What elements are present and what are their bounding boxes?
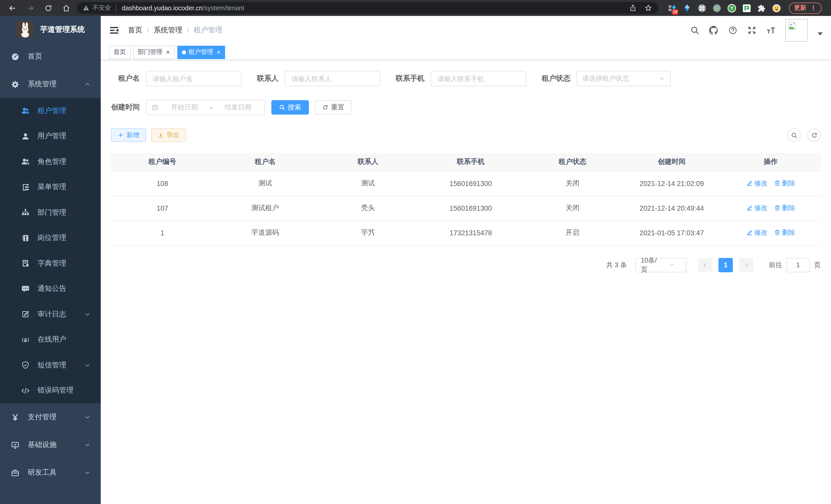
column-header: 操作 [720, 153, 821, 171]
refresh-icon [811, 132, 818, 139]
current-page-button[interactable]: 1 [718, 258, 733, 272]
edit-link[interactable]: 修改 [746, 203, 768, 213]
close-tab-icon[interactable]: × [217, 49, 221, 56]
avatar-caret-down-icon[interactable] [818, 32, 823, 35]
extension-command-icon[interactable] [697, 3, 707, 12]
sidebar-item-notice[interactable]: 通知公告 [0, 276, 101, 302]
chrome-update-button[interactable]: 更新 ⋮ [789, 2, 822, 13]
download-icon [158, 132, 164, 138]
total-count: 共 3 条 [606, 260, 627, 269]
sidebar-item-role[interactable]: 角色管理 [0, 149, 101, 174]
fullscreen-icon[interactable] [747, 26, 756, 35]
sidebar-item-menu[interactable]: 菜单管理 [0, 174, 101, 200]
url-text[interactable]: dashboard.yudao.iocoder.cn/system/tenant [122, 4, 245, 11]
forward-icon[interactable] [26, 4, 34, 12]
extensions-puzzle-icon[interactable] [757, 3, 766, 12]
cell-mobile: 15601691300 [419, 171, 522, 196]
sidebar-item-dept[interactable]: 部门管理 [0, 200, 101, 225]
dict-icon [21, 259, 30, 268]
breadcrumb-item[interactable]: 首页 [128, 26, 142, 35]
url-path: /system/tenant [202, 4, 245, 11]
edit-label: 修改 [754, 228, 768, 237]
export-button[interactable]: 导出 [151, 128, 186, 142]
user-avatar[interactable] [785, 19, 808, 41]
help-icon[interactable] [728, 26, 738, 35]
goto-page-input[interactable] [786, 258, 810, 272]
table-row: 107测试租户秃头15601691300关闭2021-12-14 20:49:4… [111, 196, 821, 220]
pagination: 共 3 条 10条/页 1 前往 页 [111, 258, 821, 272]
delete-link[interactable]: 删除 [774, 228, 795, 237]
reload-icon[interactable] [44, 4, 52, 12]
extension-tally-icon[interactable]: 10 [667, 3, 677, 12]
extension-y-icon[interactable]: Y [727, 3, 737, 12]
add-button[interactable]: 新增 [111, 128, 146, 142]
filter-contact: 联系人 [257, 71, 380, 86]
next-page-button[interactable] [739, 258, 753, 272]
sidebar-item-audit-log[interactable]: 审计日志 [0, 302, 101, 327]
tab-租户管理[interactable]: 租户管理× [177, 46, 225, 59]
sidebar-item-label: 系统管理 [28, 80, 57, 89]
post-icon [21, 234, 30, 242]
breadcrumb-separator: / [187, 26, 189, 34]
sidebar-item-user[interactable]: 用户管理 [0, 124, 101, 149]
chevron-down-icon [84, 470, 90, 476]
profile-avatar-icon[interactable] [772, 3, 781, 12]
delete-link[interactable]: 删除 [774, 203, 795, 213]
header-search-icon[interactable] [690, 26, 699, 35]
delete-link[interactable]: 删除 [774, 179, 795, 188]
sidebar-item-tenant[interactable]: 租户管理 [0, 98, 101, 124]
edit-link[interactable]: 修改 [746, 179, 768, 188]
font-size-icon[interactable] [766, 26, 775, 35]
breadcrumb-item[interactable]: 系统管理 [154, 26, 182, 35]
sidebar-item-post[interactable]: 岗位管理 [0, 225, 101, 251]
sidebar-item-system[interactable]: 系统管理 [0, 70, 101, 98]
sidebar-collapse-icon[interactable] [109, 25, 119, 35]
table-body: 108测试测试15601691300关闭2021-12-14 21:02:09修… [111, 171, 821, 245]
search-icon [279, 104, 285, 111]
page-size-select[interactable]: 10条/页 [635, 258, 687, 272]
reset-button[interactable]: 重置 [315, 100, 351, 115]
plus-icon [118, 132, 124, 138]
chevron-down-icon [659, 76, 665, 82]
extension-kite-icon[interactable] [683, 3, 692, 12]
bookmark-star-icon[interactable] [644, 4, 652, 12]
sidebar-item-dev-tool[interactable]: 研发工具 [0, 459, 101, 486]
refresh-table-button[interactable] [807, 128, 821, 142]
contact-input[interactable] [285, 71, 380, 86]
security-label[interactable]: 不安全 [92, 4, 111, 12]
extension-chat-icon[interactable] [742, 3, 751, 12]
sidebar-menu: 首页系统管理租户管理用户管理角色管理菜单管理部门管理岗位管理字典管理通知公告审计… [0, 42, 101, 504]
sidebar-item-online-user[interactable]: 在线用户 [0, 327, 101, 352]
sidebar-item-infra[interactable]: 基础设施 [0, 431, 101, 459]
sidebar-item-home[interactable]: 首页 [0, 42, 101, 70]
sidebar-item-label: 菜单管理 [37, 183, 66, 192]
sidebar-item-sms[interactable]: 短信管理 [0, 352, 101, 378]
delete-label: 删除 [782, 179, 795, 188]
search-button[interactable]: 搜索 [271, 100, 309, 115]
sidebar-item-error-code[interactable]: 错误码管理 [0, 378, 101, 403]
tab-部门管理[interactable]: 部门管理× [133, 46, 174, 59]
address-bar[interactable]: 不安全 dashboard.yudao.iocoder.cn/system/te… [77, 2, 658, 14]
tenant-name-input[interactable] [146, 71, 241, 86]
tab-首页[interactable]: 首页 [109, 46, 131, 59]
app-logo[interactable]: 芋道管理系统 [0, 16, 101, 42]
back-icon[interactable] [8, 4, 17, 12]
edit-link[interactable]: 修改 [746, 228, 768, 237]
browser-menu-icon[interactable]: ⋮ [810, 4, 816, 12]
browser-toolbar: 不安全 dashboard.yudao.iocoder.cn/system/te… [0, 0, 831, 16]
home-icon[interactable] [62, 4, 70, 12]
close-tab-icon[interactable]: × [166, 49, 170, 56]
sidebar-item-dict[interactable]: 字典管理 [0, 251, 101, 276]
sidebar-item-label: 研发工具 [28, 468, 57, 477]
breadcrumb-item: 租户管理 [194, 26, 223, 35]
github-icon[interactable] [709, 26, 718, 35]
extension-dot-icon[interactable] [712, 3, 721, 12]
mobile-input[interactable] [431, 71, 526, 86]
status-select[interactable]: 请选择租户状态 [577, 71, 671, 86]
date-range-picker[interactable]: 开始日期 - 结束日期 [146, 100, 265, 115]
share-icon[interactable] [629, 4, 637, 12]
sidebar-item-pay[interactable]: 支付管理 [0, 403, 101, 431]
not-secure-warning-icon[interactable] [83, 5, 89, 11]
prev-page-button[interactable] [698, 258, 712, 272]
hide-search-button[interactable] [787, 128, 801, 142]
